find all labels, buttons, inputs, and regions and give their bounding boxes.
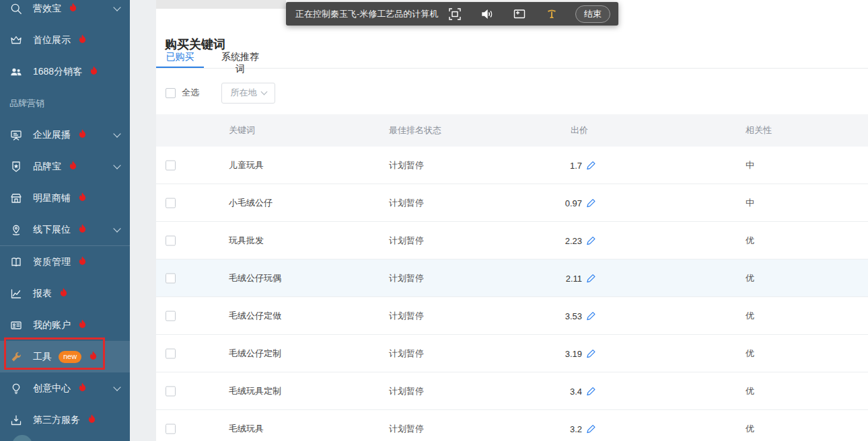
sidebar-item-fenxiaoke[interactable]: 1688分销客 (0, 56, 130, 87)
sidebar-item-label: 线下展位 (33, 224, 71, 236)
sidebar-item-chuangyizhongxin[interactable]: 创意中心 (0, 372, 130, 404)
sidebar-item-label: 工具 (33, 351, 52, 363)
chevron-down-icon (260, 89, 267, 95)
speaker-icon[interactable] (480, 7, 495, 22)
bid-cell: 1.7 (548, 160, 596, 170)
sidebar-item-zizhiguanli[interactable]: 资质管理 (0, 246, 130, 278)
service-icon (9, 413, 23, 427)
keyword-cell: 毛绒公仔玩偶 (229, 272, 281, 284)
row-checkbox[interactable] (166, 424, 176, 434)
edit-bid-icon[interactable] (586, 311, 596, 321)
select-all-label: 全选 (182, 87, 199, 99)
hot-flame-icon (85, 413, 98, 426)
select-all-checkbox[interactable] (166, 88, 176, 98)
sidebar-item-wodezhanghu[interactable]: 我的账户 (0, 309, 130, 341)
hot-flame-icon (76, 382, 89, 395)
bid-value: 3.19 (565, 348, 582, 358)
joystick-icon[interactable] (544, 7, 559, 22)
hot-flame-icon (87, 350, 100, 363)
column-keyword: 关键词 (229, 124, 255, 136)
sidebar-item-label: 1688分销客 (33, 66, 82, 78)
sidebar-item-xianxiazhanwei[interactable]: 线下展位 (0, 214, 130, 245)
row-checkbox[interactable] (166, 235, 176, 245)
status-cell: 计划暂停 (389, 385, 424, 397)
keyword-cell: 毛绒公仔定做 (229, 310, 281, 322)
end-control-button[interactable]: 结束 (575, 5, 610, 23)
search-icon (9, 2, 23, 15)
page-title: 购买关键词 (165, 36, 225, 52)
location-pin-icon (9, 223, 23, 237)
edit-bid-icon[interactable] (586, 424, 596, 434)
row-checkbox[interactable] (166, 160, 176, 170)
sidebar-item-label: 我的账户 (33, 319, 71, 331)
sidebar-item-mingxingshangpu[interactable]: 明星商铺 (0, 182, 130, 214)
hot-flame-icon (76, 223, 89, 236)
sidebar-item-pinpaibao[interactable]: 品牌宝 (0, 151, 130, 182)
sidebar-item-label: 报表 (33, 288, 52, 300)
row-checkbox[interactable] (166, 386, 176, 396)
location-dropdown[interactable]: 所在地 (221, 83, 275, 104)
hot-flame-icon (67, 2, 79, 15)
column-bid: 出价 (571, 124, 588, 136)
sidebar-item-label: 企业展播 (33, 129, 71, 141)
bid-value: 1.7 (570, 160, 582, 170)
remote-bar-icons (447, 7, 559, 22)
status-cell: 计划暂停 (389, 272, 424, 284)
bid-cell: 2.11 (548, 273, 596, 283)
bid-value: 2.23 (565, 235, 582, 245)
top-strip (156, 0, 286, 9)
status-cell: 计划暂停 (389, 310, 424, 322)
edit-bid-icon[interactable] (586, 160, 596, 170)
bid-cell: 3.53 (548, 311, 596, 321)
idcard-icon (9, 319, 23, 332)
row-checkbox[interactable] (166, 311, 176, 321)
keyword-cell: 毛绒公仔定制 (229, 348, 281, 360)
edit-bid-icon[interactable] (586, 348, 596, 358)
fullscreen-icon[interactable] (447, 7, 462, 22)
table-row: 毛绒公仔定做 计划暂停 3.53 优 (156, 297, 868, 335)
app-window: 营效宝 首位展示 1688分销客 品牌营销 企业展播 品牌 (0, 0, 868, 441)
chevron-down-icon (113, 3, 120, 11)
edit-bid-icon[interactable] (586, 273, 596, 283)
wrench-icon (9, 350, 23, 364)
relevance-cell: 优 (746, 235, 754, 247)
filter-row: 全选 所在地 (156, 82, 275, 104)
row-checkbox[interactable] (166, 348, 176, 358)
chevron-down-icon (113, 130, 120, 137)
tab-system-recommended[interactable]: 系统推荐词 (217, 51, 264, 68)
bulb-icon (9, 382, 23, 395)
sidebar-item-label: 资质管理 (33, 256, 71, 268)
edit-bid-icon[interactable] (586, 235, 596, 245)
sidebar-item-yingxiaobao[interactable]: 营效宝 (0, 0, 130, 24)
presentation-icon (9, 128, 23, 142)
keyword-cell: 小毛绒公仔 (229, 197, 273, 209)
sidebar-item-label: 营效宝 (33, 3, 61, 15)
row-checkbox[interactable] (166, 273, 176, 283)
bid-value: 2.11 (566, 273, 582, 283)
badge-star-icon (9, 160, 23, 173)
bid-cell: 3.19 (548, 348, 596, 358)
sidebar-item-label: 第三方服务 (33, 414, 80, 426)
edit-bid-icon[interactable] (586, 198, 596, 208)
sidebar-item-qiyezhanbo[interactable]: 企业展播 (0, 119, 130, 151)
edit-bid-icon[interactable] (586, 386, 596, 396)
storefront-icon (9, 192, 23, 205)
hot-flame-icon (76, 128, 89, 141)
sidebar-item-disanfangfuwu[interactable]: 第三方服务 (0, 404, 130, 436)
sidebar-item-baobiao[interactable]: 报表 (0, 278, 130, 309)
tab-purchased[interactable]: 已购买 (156, 51, 204, 68)
table-row: 儿童玩具 计划暂停 1.7 中 (156, 147, 868, 184)
keywords-table: 关键词 最佳排名状态 出价 相关性 儿童玩具 计划暂停 1.7 中 小毛绒公仔 … (156, 114, 868, 441)
bid-value: 3.2 (570, 424, 582, 434)
sidebar-item-shouweizhanshi[interactable]: 首位展示 (0, 24, 130, 56)
bottom-avatar[interactable] (12, 435, 32, 441)
remote-control-bar: 正在控制秦玉飞-米修工艺品的计算机 (286, 2, 618, 26)
window-add-icon[interactable] (512, 7, 527, 22)
status-cell: 计划暂停 (389, 423, 424, 435)
row-checkbox[interactable] (166, 198, 176, 208)
keyword-cell: 玩具批发 (229, 235, 264, 247)
chevron-down-icon (113, 383, 120, 391)
relevance-cell: 优 (746, 423, 754, 435)
status-cell: 计划暂停 (389, 235, 424, 247)
sidebar-item-gongju[interactable]: 工具 new (0, 341, 130, 372)
